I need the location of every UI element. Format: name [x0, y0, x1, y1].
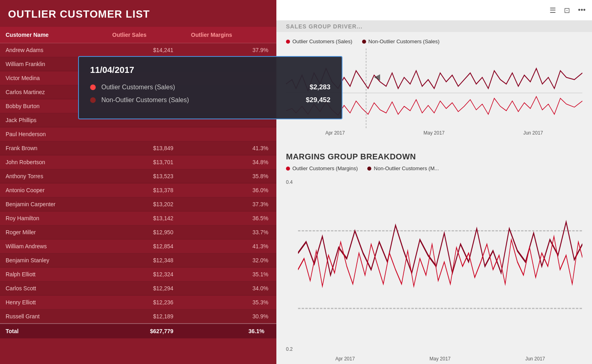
table-row: Antonio Cooper$13,37836.0%: [0, 183, 276, 197]
legend-label-non-outlier: Non-Outlier Customers (Sales): [368, 38, 440, 44]
expand-icon[interactable]: ⊡: [564, 6, 570, 15]
cell-margins: 35.1%: [185, 267, 276, 282]
cell-margins: 34.0%: [185, 282, 276, 296]
sales-chart-legend: Outlier Customers (Sales) Non-Outlier Cu…: [286, 38, 582, 44]
cell-sales: $13,523: [107, 169, 185, 183]
table-row: Roy Hamilton$13,14236.5%: [0, 211, 276, 225]
table-row: Carlos Scott$12,29434.0%: [0, 282, 276, 296]
tooltip-label-1: Outlier Customers (Sales): [101, 84, 310, 91]
cell-margins: 34.8%: [185, 155, 276, 169]
cell-name: Antonio Cooper: [0, 183, 107, 197]
cell-margins: 33.7%: [185, 225, 276, 239]
legend-outlier-sales: Outlier Customers (Sales): [286, 38, 352, 44]
col-header-margins: Outlier Margins: [185, 27, 276, 43]
cell-margins: 36.5%: [185, 211, 276, 225]
cell-name: Carlos Scott: [0, 282, 107, 296]
cell-name: Russell Grant: [0, 310, 107, 324]
table-row: Benjamin Carpenter$13,20237.3%: [0, 197, 276, 211]
cell-margins: 36.0%: [185, 183, 276, 197]
tooltip-label-2: Non-Outlier Customers (Sales): [101, 97, 306, 104]
table-row: John Robertson$13,70134.8%: [0, 155, 276, 169]
cell-sales: $12,189: [107, 310, 185, 324]
cell-sales: $12,294: [107, 282, 185, 296]
cell-margins: 41.3%: [185, 239, 276, 253]
cell-name: Benjamin Carpenter: [0, 197, 107, 211]
tooltip-value-1: $2,283: [310, 83, 330, 91]
tooltip-date: 11/04/2017: [90, 65, 330, 75]
margins-chart-legend: Outlier Customers (Margins) Non-Outlier …: [286, 165, 582, 171]
menu-icon[interactable]: ☰: [550, 6, 556, 15]
table-row: Anthony Torres$13,52335.8%: [0, 169, 276, 183]
cell-name: Roy Hamilton: [0, 211, 107, 225]
legend-label-non-outlier-margins: Non-Outlier Customers (M...: [374, 165, 439, 171]
tooltip-dot-non-outlier: [90, 97, 96, 103]
legend-non-outlier-margins: Non-Outlier Customers (M...: [367, 165, 439, 171]
y-axis-label-02: 0.2: [286, 346, 298, 352]
partial-chart-title: SALES GROUP DRIVER...: [276, 21, 592, 32]
cell-margins: 37.3%: [185, 197, 276, 211]
legend-outlier-margins: Outlier Customers (Margins): [286, 165, 358, 171]
footer-sales: $627,779: [107, 324, 185, 338]
table-row: Roger Miller$12,95033.7%: [0, 225, 276, 239]
cell-name: Benjamin Stanley: [0, 253, 107, 267]
right-topbar: ☰ ⊡ •••: [276, 0, 592, 21]
cell-margins: 35.8%: [185, 169, 276, 183]
cell-sales: $12,854: [107, 239, 185, 253]
legend-dot-outlier-margins: [286, 167, 290, 171]
table-row: Benjamin Stanley$12,34832.0%: [0, 253, 276, 267]
sales-axis-label-2: May 2017: [423, 130, 445, 136]
cell-sales: $12,236: [107, 296, 185, 310]
table-row: Ralph Elliott$12,32435.1%: [0, 267, 276, 282]
tooltip-row-2: Non-Outlier Customers (Sales) $29,452: [90, 96, 330, 104]
cell-margins: 32.0%: [185, 253, 276, 267]
cell-sales: [107, 127, 185, 141]
legend-dot-non-outlier: [362, 40, 366, 44]
col-header-sales: Outlier Sales: [107, 27, 185, 43]
cell-name: Frank Brown: [0, 141, 107, 155]
margins-axis-label-1: Apr 2017: [335, 356, 355, 362]
margins-section-title: MARGINS GROUP BREAKDOWN: [286, 152, 582, 161]
tooltip-dot-outlier: [90, 84, 96, 90]
legend-dot-non-outlier-margins: [367, 167, 371, 171]
table-row: Russell Grant$12,18930.9%: [0, 310, 276, 324]
table-row: Frank Brown$13,84941.3%: [0, 141, 276, 155]
table-footer: Total $627,779 36.1%: [0, 324, 276, 338]
margins-chart-area: 0.4 0.2 Apr 2017 May 2017 Jun 2017: [286, 175, 582, 364]
cell-margins: 35.3%: [185, 296, 276, 310]
margins-axis-labels: Apr 2017 May 2017 Jun 2017: [298, 354, 582, 364]
cell-sales: $13,701: [107, 155, 185, 169]
tooltip-overlay: 11/04/2017 Outlier Customers (Sales) $2,…: [78, 56, 342, 119]
cell-name: Andrew Adams: [0, 43, 107, 57]
cell-margins: 30.9%: [185, 310, 276, 324]
col-header-name: Customer Name: [0, 27, 107, 43]
tooltip-value-2: $29,452: [306, 96, 330, 104]
cell-name: Henry Elliott: [0, 296, 107, 310]
cell-margins: [185, 127, 276, 141]
right-panel: ☰ ⊡ ••• SALES GROUP DRIVER... Outlier Cu…: [276, 0, 592, 364]
table-row: Henry Elliott$12,23635.3%: [0, 296, 276, 310]
sales-axis-label-3: Jun 2017: [523, 130, 543, 136]
panel-title: OUTLIER CUSTOMER LIST: [0, 8, 276, 27]
svg-marker-2: [374, 74, 380, 80]
sales-axis-labels: Apr 2017 May 2017 Jun 2017: [286, 129, 582, 139]
legend-dot-outlier: [286, 40, 290, 44]
legend-non-outlier-sales: Non-Outlier Customers (Sales): [362, 38, 440, 44]
more-icon[interactable]: •••: [578, 6, 586, 14]
cell-sales: $13,202: [107, 197, 185, 211]
tooltip-row-1: Outlier Customers (Sales) $2,283: [90, 83, 330, 91]
table-row: Paul Henderson: [0, 127, 276, 141]
cell-name: John Robertson: [0, 155, 107, 169]
cell-name: Ralph Elliott: [0, 267, 107, 282]
table-row: Andrew Adams$14,24137.9%: [0, 43, 276, 57]
sales-axis-label-1: Apr 2017: [325, 130, 345, 136]
margins-chart-section: MARGINS GROUP BREAKDOWN Outlier Customer…: [276, 148, 592, 364]
cell-sales: $13,142: [107, 211, 185, 225]
cell-sales: $14,241: [107, 43, 185, 57]
footer-label: Total: [0, 324, 107, 338]
cell-name: William Andrews: [0, 239, 107, 253]
left-panel: OUTLIER CUSTOMER LIST Customer Name Outl…: [0, 0, 276, 364]
cell-sales: $12,348: [107, 253, 185, 267]
cell-sales: $13,849: [107, 141, 185, 155]
y-axis-label-04: 0.4: [286, 179, 298, 185]
cell-sales: $12,950: [107, 225, 185, 239]
